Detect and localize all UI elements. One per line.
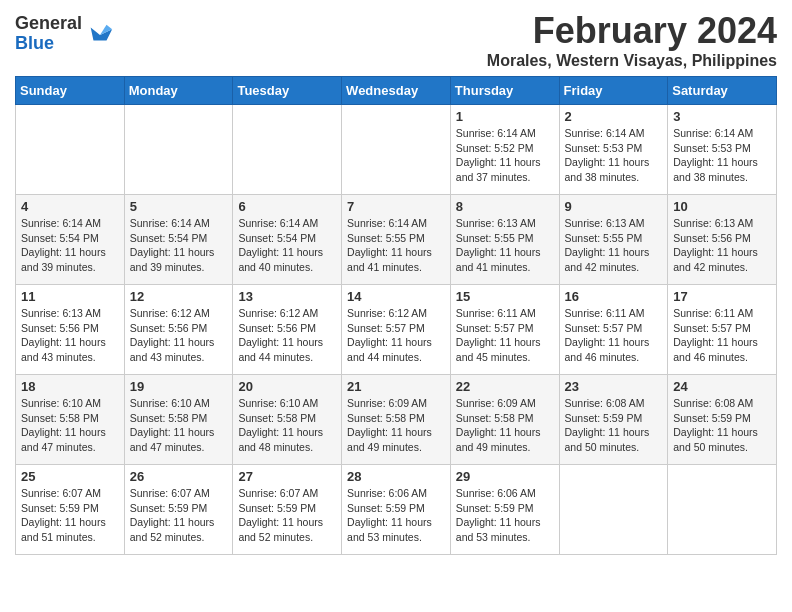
logo: General Blue	[15, 14, 114, 54]
calendar-cell: 19Sunrise: 6:10 AM Sunset: 5:58 PM Dayli…	[124, 375, 233, 465]
day-number: 4	[21, 199, 119, 214]
title-area: February 2024 Morales, Western Visayas, …	[487, 10, 777, 70]
day-info: Sunrise: 6:07 AM Sunset: 5:59 PM Dayligh…	[130, 486, 228, 545]
calendar-cell	[559, 465, 668, 555]
day-info: Sunrise: 6:12 AM Sunset: 5:57 PM Dayligh…	[347, 306, 445, 365]
calendar-cell: 18Sunrise: 6:10 AM Sunset: 5:58 PM Dayli…	[16, 375, 125, 465]
calendar-cell: 4Sunrise: 6:14 AM Sunset: 5:54 PM Daylig…	[16, 195, 125, 285]
day-info: Sunrise: 6:10 AM Sunset: 5:58 PM Dayligh…	[130, 396, 228, 455]
day-info: Sunrise: 6:06 AM Sunset: 5:59 PM Dayligh…	[456, 486, 554, 545]
day-info: Sunrise: 6:14 AM Sunset: 5:53 PM Dayligh…	[673, 126, 771, 185]
day-info: Sunrise: 6:13 AM Sunset: 5:56 PM Dayligh…	[673, 216, 771, 275]
day-number: 18	[21, 379, 119, 394]
calendar-table: SundayMondayTuesdayWednesdayThursdayFrid…	[15, 76, 777, 555]
calendar-cell	[16, 105, 125, 195]
day-number: 13	[238, 289, 336, 304]
day-number: 21	[347, 379, 445, 394]
day-info: Sunrise: 6:10 AM Sunset: 5:58 PM Dayligh…	[238, 396, 336, 455]
calendar-cell: 29Sunrise: 6:06 AM Sunset: 5:59 PM Dayli…	[450, 465, 559, 555]
column-header-monday: Monday	[124, 77, 233, 105]
day-info: Sunrise: 6:08 AM Sunset: 5:59 PM Dayligh…	[673, 396, 771, 455]
day-info: Sunrise: 6:13 AM Sunset: 5:55 PM Dayligh…	[456, 216, 554, 275]
day-number: 24	[673, 379, 771, 394]
calendar-cell: 27Sunrise: 6:07 AM Sunset: 5:59 PM Dayli…	[233, 465, 342, 555]
calendar-cell: 22Sunrise: 6:09 AM Sunset: 5:58 PM Dayli…	[450, 375, 559, 465]
day-number: 10	[673, 199, 771, 214]
day-number: 14	[347, 289, 445, 304]
day-info: Sunrise: 6:07 AM Sunset: 5:59 PM Dayligh…	[238, 486, 336, 545]
day-info: Sunrise: 6:11 AM Sunset: 5:57 PM Dayligh…	[673, 306, 771, 365]
day-number: 19	[130, 379, 228, 394]
day-info: Sunrise: 6:10 AM Sunset: 5:58 PM Dayligh…	[21, 396, 119, 455]
day-number: 26	[130, 469, 228, 484]
calendar-cell: 10Sunrise: 6:13 AM Sunset: 5:56 PM Dayli…	[668, 195, 777, 285]
month-year-title: February 2024	[487, 10, 777, 52]
calendar-cell: 6Sunrise: 6:14 AM Sunset: 5:54 PM Daylig…	[233, 195, 342, 285]
logo-blue-text: Blue	[15, 34, 82, 54]
day-number: 6	[238, 199, 336, 214]
day-info: Sunrise: 6:14 AM Sunset: 5:54 PM Dayligh…	[21, 216, 119, 275]
column-header-sunday: Sunday	[16, 77, 125, 105]
day-number: 20	[238, 379, 336, 394]
day-info: Sunrise: 6:09 AM Sunset: 5:58 PM Dayligh…	[347, 396, 445, 455]
day-number: 8	[456, 199, 554, 214]
calendar-cell: 2Sunrise: 6:14 AM Sunset: 5:53 PM Daylig…	[559, 105, 668, 195]
logo-icon	[86, 20, 114, 48]
calendar-cell: 14Sunrise: 6:12 AM Sunset: 5:57 PM Dayli…	[342, 285, 451, 375]
column-header-saturday: Saturday	[668, 77, 777, 105]
day-info: Sunrise: 6:12 AM Sunset: 5:56 PM Dayligh…	[238, 306, 336, 365]
calendar-week-row: 1Sunrise: 6:14 AM Sunset: 5:52 PM Daylig…	[16, 105, 777, 195]
day-number: 23	[565, 379, 663, 394]
day-number: 12	[130, 289, 228, 304]
day-info: Sunrise: 6:14 AM Sunset: 5:54 PM Dayligh…	[130, 216, 228, 275]
column-header-wednesday: Wednesday	[342, 77, 451, 105]
calendar-cell: 20Sunrise: 6:10 AM Sunset: 5:58 PM Dayli…	[233, 375, 342, 465]
day-info: Sunrise: 6:12 AM Sunset: 5:56 PM Dayligh…	[130, 306, 228, 365]
calendar-cell	[668, 465, 777, 555]
calendar-cell: 5Sunrise: 6:14 AM Sunset: 5:54 PM Daylig…	[124, 195, 233, 285]
calendar-cell: 17Sunrise: 6:11 AM Sunset: 5:57 PM Dayli…	[668, 285, 777, 375]
day-info: Sunrise: 6:14 AM Sunset: 5:54 PM Dayligh…	[238, 216, 336, 275]
day-number: 15	[456, 289, 554, 304]
calendar-cell	[233, 105, 342, 195]
calendar-cell	[124, 105, 233, 195]
calendar-cell: 9Sunrise: 6:13 AM Sunset: 5:55 PM Daylig…	[559, 195, 668, 285]
day-info: Sunrise: 6:13 AM Sunset: 5:55 PM Dayligh…	[565, 216, 663, 275]
day-number: 3	[673, 109, 771, 124]
calendar-cell: 8Sunrise: 6:13 AM Sunset: 5:55 PM Daylig…	[450, 195, 559, 285]
calendar-cell: 7Sunrise: 6:14 AM Sunset: 5:55 PM Daylig…	[342, 195, 451, 285]
column-header-friday: Friday	[559, 77, 668, 105]
day-info: Sunrise: 6:14 AM Sunset: 5:53 PM Dayligh…	[565, 126, 663, 185]
calendar-header-row: SundayMondayTuesdayWednesdayThursdayFrid…	[16, 77, 777, 105]
day-info: Sunrise: 6:07 AM Sunset: 5:59 PM Dayligh…	[21, 486, 119, 545]
column-header-thursday: Thursday	[450, 77, 559, 105]
calendar-cell: 13Sunrise: 6:12 AM Sunset: 5:56 PM Dayli…	[233, 285, 342, 375]
day-info: Sunrise: 6:11 AM Sunset: 5:57 PM Dayligh…	[565, 306, 663, 365]
calendar-cell: 23Sunrise: 6:08 AM Sunset: 5:59 PM Dayli…	[559, 375, 668, 465]
calendar-cell: 16Sunrise: 6:11 AM Sunset: 5:57 PM Dayli…	[559, 285, 668, 375]
calendar-week-row: 4Sunrise: 6:14 AM Sunset: 5:54 PM Daylig…	[16, 195, 777, 285]
page-header: General Blue February 2024 Morales, West…	[15, 10, 777, 70]
calendar-week-row: 18Sunrise: 6:10 AM Sunset: 5:58 PM Dayli…	[16, 375, 777, 465]
calendar-cell: 15Sunrise: 6:11 AM Sunset: 5:57 PM Dayli…	[450, 285, 559, 375]
day-number: 27	[238, 469, 336, 484]
day-info: Sunrise: 6:14 AM Sunset: 5:55 PM Dayligh…	[347, 216, 445, 275]
day-info: Sunrise: 6:13 AM Sunset: 5:56 PM Dayligh…	[21, 306, 119, 365]
calendar-cell	[342, 105, 451, 195]
logo-general-text: General	[15, 14, 82, 34]
day-number: 11	[21, 289, 119, 304]
day-number: 25	[21, 469, 119, 484]
calendar-cell: 12Sunrise: 6:12 AM Sunset: 5:56 PM Dayli…	[124, 285, 233, 375]
calendar-cell: 25Sunrise: 6:07 AM Sunset: 5:59 PM Dayli…	[16, 465, 125, 555]
day-info: Sunrise: 6:08 AM Sunset: 5:59 PM Dayligh…	[565, 396, 663, 455]
day-info: Sunrise: 6:06 AM Sunset: 5:59 PM Dayligh…	[347, 486, 445, 545]
calendar-week-row: 25Sunrise: 6:07 AM Sunset: 5:59 PM Dayli…	[16, 465, 777, 555]
day-info: Sunrise: 6:11 AM Sunset: 5:57 PM Dayligh…	[456, 306, 554, 365]
location-subtitle: Morales, Western Visayas, Philippines	[487, 52, 777, 70]
calendar-cell: 28Sunrise: 6:06 AM Sunset: 5:59 PM Dayli…	[342, 465, 451, 555]
calendar-cell: 21Sunrise: 6:09 AM Sunset: 5:58 PM Dayli…	[342, 375, 451, 465]
calendar-cell: 3Sunrise: 6:14 AM Sunset: 5:53 PM Daylig…	[668, 105, 777, 195]
calendar-cell: 26Sunrise: 6:07 AM Sunset: 5:59 PM Dayli…	[124, 465, 233, 555]
day-number: 2	[565, 109, 663, 124]
calendar-week-row: 11Sunrise: 6:13 AM Sunset: 5:56 PM Dayli…	[16, 285, 777, 375]
